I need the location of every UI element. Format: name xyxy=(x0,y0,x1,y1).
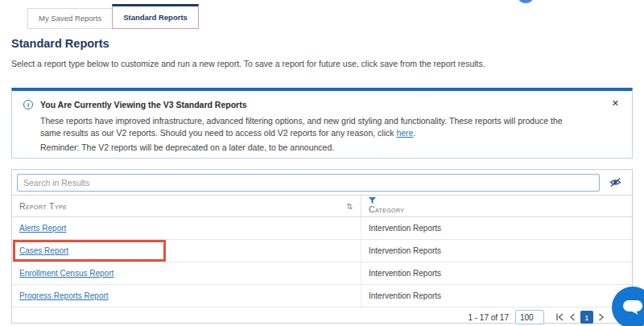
banner-body-start: These reports have improved infrastructu… xyxy=(40,116,563,138)
eye-slash-icon[interactable] xyxy=(609,177,621,188)
pagination-range: 1 - 17 of 17 xyxy=(468,313,509,322)
v3-info-banner: i You Are Currently Viewing the V3 Stand… xyxy=(11,88,633,159)
reports-grid: Report Type ⇅ Category Alerts ReportInte… xyxy=(11,169,633,324)
banner-body-end: . xyxy=(413,128,415,138)
current-page-button[interactable]: 1 xyxy=(580,311,593,324)
table-header-row: Report Type ⇅ Category xyxy=(12,195,632,217)
table-row: Progress Reports ReportIntervention Repo… xyxy=(12,285,632,307)
tab-standard-reports[interactable]: Standard Reports xyxy=(112,4,199,29)
category-cell: Intervention Reports xyxy=(361,217,632,239)
report-type-cell: Progress Reports Report xyxy=(12,285,361,307)
category-cell: Intervention Reports xyxy=(361,240,632,262)
report-link[interactable]: Enrollment Census Report xyxy=(19,269,114,278)
chat-bubble-icon xyxy=(622,298,643,317)
sort-icon[interactable]: ⇅ xyxy=(346,202,353,211)
table-body: Alerts ReportIntervention ReportsCases R… xyxy=(12,217,632,307)
category-cell: Intervention Reports xyxy=(361,262,632,284)
report-link[interactable]: Progress Reports Report xyxy=(19,291,109,300)
report-type-header-label: Report Type xyxy=(19,201,67,211)
report-link[interactable]: Cases Report xyxy=(19,246,68,255)
info-icon: i xyxy=(23,100,33,109)
pagination-bar: 1 - 17 of 17 1 xyxy=(12,307,632,326)
banner-here-link[interactable]: here xyxy=(396,128,413,138)
next-page-icon[interactable] xyxy=(598,313,605,321)
report-link[interactable]: Alerts Report xyxy=(19,224,66,233)
column-header-report-type[interactable]: Report Type ⇅ xyxy=(12,196,361,217)
chat-launcher-button[interactable] xyxy=(612,287,644,326)
table-row: Enrollment Census ReportIntervention Rep… xyxy=(12,262,632,285)
banner-title: You Are Currently Viewing the V3 Standar… xyxy=(40,100,247,109)
category-header-label: Category xyxy=(369,204,404,214)
page-size-input[interactable] xyxy=(515,310,544,324)
report-type-cell: Alerts Report xyxy=(12,217,361,239)
banner-close-icon[interactable]: ✕ xyxy=(612,99,619,108)
search-input[interactable] xyxy=(17,174,600,192)
banner-reminder: Reminder: The V2 reports will be depreca… xyxy=(40,142,584,152)
page-title: Standard Reports xyxy=(11,37,109,50)
top-edge-notification-dot xyxy=(517,0,535,3)
tab-my-saved-reports[interactable]: My Saved Reports xyxy=(27,8,112,29)
table-row: Alerts ReportIntervention Reports xyxy=(12,217,632,240)
page-subtitle: Select a report type below to customize … xyxy=(11,59,628,68)
report-type-cell: Enrollment Census Report xyxy=(12,262,361,284)
table-row: Cases ReportIntervention Reports xyxy=(12,240,632,262)
grid-search-row xyxy=(12,170,632,195)
report-type-cell: Cases Report xyxy=(12,240,361,262)
filter-icon[interactable] xyxy=(369,197,376,205)
column-header-category[interactable]: Category xyxy=(361,196,632,217)
banner-body: These reports have improved infrastructu… xyxy=(40,115,584,139)
previous-page-icon[interactable] xyxy=(569,313,576,321)
first-page-icon[interactable] xyxy=(555,313,564,321)
reports-tab-bar: My Saved Reports Standard Reports xyxy=(27,4,199,29)
category-cell: Intervention Reports xyxy=(361,285,632,307)
